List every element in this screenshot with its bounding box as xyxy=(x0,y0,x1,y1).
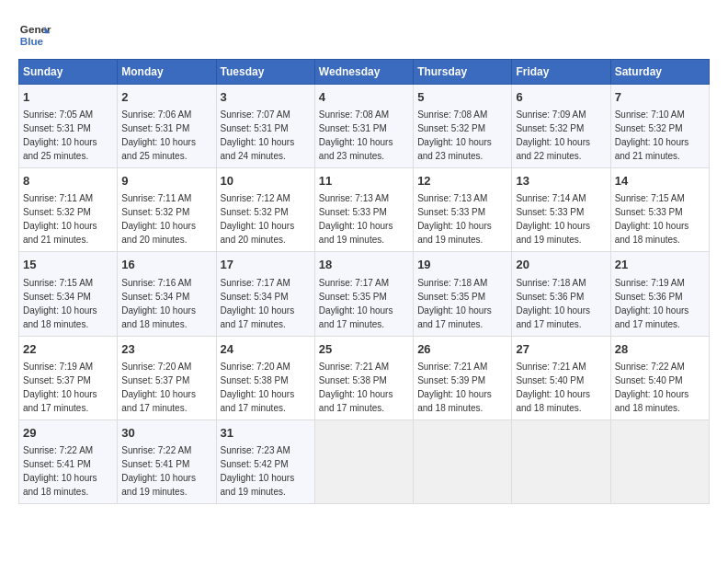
calendar-week-row: 22Sunrise: 7:19 AM Sunset: 5:37 PM Dayli… xyxy=(19,336,710,419)
day-number: 1 xyxy=(23,89,113,106)
day-number: 23 xyxy=(121,341,211,358)
day-info: Sunrise: 7:11 AM Sunset: 5:32 PM Dayligh… xyxy=(23,193,97,245)
calendar-cell: 9Sunrise: 7:11 AM Sunset: 5:32 PM Daylig… xyxy=(118,168,216,252)
weekday-header-saturday: Saturday xyxy=(610,60,709,85)
calendar-cell: 10Sunrise: 7:12 AM Sunset: 5:32 PM Dayli… xyxy=(216,168,314,252)
calendar-cell: 30Sunrise: 7:22 AM Sunset: 5:41 PM Dayli… xyxy=(118,419,216,503)
calendar-cell: 15Sunrise: 7:15 AM Sunset: 5:34 PM Dayli… xyxy=(19,252,118,336)
day-number: 20 xyxy=(516,257,606,273)
day-number: 30 xyxy=(121,425,211,442)
calendar-cell: 26Sunrise: 7:21 AM Sunset: 5:39 PM Dayli… xyxy=(414,336,512,419)
day-number: 21 xyxy=(615,257,705,273)
day-number: 28 xyxy=(615,341,705,358)
day-number: 17 xyxy=(221,257,311,273)
day-number: 22 xyxy=(23,341,113,358)
day-info: Sunrise: 7:22 AM Sunset: 5:40 PM Dayligh… xyxy=(615,362,689,413)
day-info: Sunrise: 7:07 AM Sunset: 5:31 PM Dayligh… xyxy=(221,109,295,161)
day-info: Sunrise: 7:12 AM Sunset: 5:32 PM Dayligh… xyxy=(221,193,295,245)
calendar-cell: 1Sunrise: 7:05 AM Sunset: 5:31 PM Daylig… xyxy=(19,85,118,168)
day-info: Sunrise: 7:17 AM Sunset: 5:35 PM Dayligh… xyxy=(319,278,393,329)
day-number: 13 xyxy=(516,173,606,190)
calendar-week-row: 1Sunrise: 7:05 AM Sunset: 5:31 PM Daylig… xyxy=(19,85,710,168)
calendar-header-row: SundayMondayTuesdayWednesdayThursdayFrid… xyxy=(19,60,710,85)
day-info: Sunrise: 7:05 AM Sunset: 5:31 PM Dayligh… xyxy=(23,109,97,161)
day-info: Sunrise: 7:19 AM Sunset: 5:36 PM Dayligh… xyxy=(615,278,689,329)
day-number: 2 xyxy=(121,89,211,106)
day-info: Sunrise: 7:23 AM Sunset: 5:42 PM Dayligh… xyxy=(221,445,295,497)
day-number: 25 xyxy=(319,341,409,358)
day-info: Sunrise: 7:20 AM Sunset: 5:38 PM Dayligh… xyxy=(221,362,295,413)
day-number: 11 xyxy=(319,173,409,190)
calendar-cell xyxy=(414,419,512,503)
calendar-cell xyxy=(512,419,610,503)
weekday-header-thursday: Thursday xyxy=(414,60,512,85)
calendar-cell: 27Sunrise: 7:21 AM Sunset: 5:40 PM Dayli… xyxy=(512,336,610,419)
calendar-cell: 25Sunrise: 7:21 AM Sunset: 5:38 PM Dayli… xyxy=(314,336,413,419)
weekday-header-wednesday: Wednesday xyxy=(314,60,413,85)
calendar-cell: 31Sunrise: 7:23 AM Sunset: 5:42 PM Dayli… xyxy=(216,419,314,503)
calendar-cell xyxy=(314,419,413,503)
calendar-week-row: 15Sunrise: 7:15 AM Sunset: 5:34 PM Dayli… xyxy=(19,252,710,336)
day-number: 8 xyxy=(23,173,113,190)
day-number: 16 xyxy=(121,257,211,273)
day-info: Sunrise: 7:18 AM Sunset: 5:35 PM Dayligh… xyxy=(417,278,492,329)
day-info: Sunrise: 7:15 AM Sunset: 5:34 PM Dayligh… xyxy=(23,278,97,329)
weekday-header-monday: Monday xyxy=(118,60,216,85)
day-info: Sunrise: 7:19 AM Sunset: 5:37 PM Dayligh… xyxy=(23,362,97,413)
day-number: 9 xyxy=(121,173,211,190)
weekday-header-sunday: Sunday xyxy=(19,60,118,85)
calendar-cell xyxy=(610,419,709,503)
day-number: 14 xyxy=(615,173,705,190)
day-info: Sunrise: 7:09 AM Sunset: 5:32 PM Dayligh… xyxy=(516,109,590,161)
calendar-cell: 23Sunrise: 7:20 AM Sunset: 5:37 PM Dayli… xyxy=(118,336,216,419)
day-info: Sunrise: 7:14 AM Sunset: 5:33 PM Dayligh… xyxy=(516,193,590,245)
day-info: Sunrise: 7:22 AM Sunset: 5:41 PM Dayligh… xyxy=(23,445,97,497)
day-number: 12 xyxy=(417,173,507,190)
calendar-cell: 2Sunrise: 7:06 AM Sunset: 5:31 PM Daylig… xyxy=(118,85,216,168)
day-number: 5 xyxy=(417,89,507,106)
day-number: 7 xyxy=(615,89,705,106)
calendar-cell: 24Sunrise: 7:20 AM Sunset: 5:38 PM Dayli… xyxy=(216,336,314,419)
day-info: Sunrise: 7:08 AM Sunset: 5:31 PM Dayligh… xyxy=(319,109,393,161)
day-number: 18 xyxy=(319,257,409,273)
day-number: 24 xyxy=(221,341,311,358)
calendar-cell: 6Sunrise: 7:09 AM Sunset: 5:32 PM Daylig… xyxy=(512,85,610,168)
day-number: 15 xyxy=(23,257,113,273)
calendar-cell: 20Sunrise: 7:18 AM Sunset: 5:36 PM Dayli… xyxy=(512,252,610,336)
svg-text:Blue: Blue xyxy=(20,35,44,47)
day-number: 19 xyxy=(417,257,507,273)
calendar-cell: 16Sunrise: 7:16 AM Sunset: 5:34 PM Dayli… xyxy=(118,252,216,336)
calendar-table: SundayMondayTuesdayWednesdayThursdayFrid… xyxy=(18,59,710,504)
calendar-cell: 8Sunrise: 7:11 AM Sunset: 5:32 PM Daylig… xyxy=(19,168,118,252)
calendar-week-row: 29Sunrise: 7:22 AM Sunset: 5:41 PM Dayli… xyxy=(19,419,710,503)
calendar-cell: 29Sunrise: 7:22 AM Sunset: 5:41 PM Dayli… xyxy=(19,419,118,503)
day-number: 3 xyxy=(221,89,311,106)
day-number: 26 xyxy=(417,341,507,358)
day-info: Sunrise: 7:21 AM Sunset: 5:38 PM Dayligh… xyxy=(319,362,393,413)
day-number: 6 xyxy=(516,89,606,106)
calendar-cell: 19Sunrise: 7:18 AM Sunset: 5:35 PM Dayli… xyxy=(414,252,512,336)
calendar-cell: 4Sunrise: 7:08 AM Sunset: 5:31 PM Daylig… xyxy=(314,85,413,168)
day-info: Sunrise: 7:20 AM Sunset: 5:37 PM Dayligh… xyxy=(121,362,196,413)
day-info: Sunrise: 7:17 AM Sunset: 5:34 PM Dayligh… xyxy=(221,278,295,329)
day-info: Sunrise: 7:16 AM Sunset: 5:34 PM Dayligh… xyxy=(121,278,196,329)
day-info: Sunrise: 7:06 AM Sunset: 5:31 PM Dayligh… xyxy=(121,109,196,161)
day-info: Sunrise: 7:15 AM Sunset: 5:33 PM Dayligh… xyxy=(615,193,689,245)
calendar-cell: 22Sunrise: 7:19 AM Sunset: 5:37 PM Dayli… xyxy=(19,336,118,419)
day-info: Sunrise: 7:13 AM Sunset: 5:33 PM Dayligh… xyxy=(417,193,492,245)
day-info: Sunrise: 7:21 AM Sunset: 5:39 PM Dayligh… xyxy=(417,362,492,413)
calendar-cell: 7Sunrise: 7:10 AM Sunset: 5:32 PM Daylig… xyxy=(610,85,709,168)
day-number: 10 xyxy=(221,173,311,190)
day-number: 31 xyxy=(221,425,311,442)
day-info: Sunrise: 7:22 AM Sunset: 5:41 PM Dayligh… xyxy=(121,445,196,497)
calendar-cell: 13Sunrise: 7:14 AM Sunset: 5:33 PM Dayli… xyxy=(512,168,610,252)
day-info: Sunrise: 7:18 AM Sunset: 5:36 PM Dayligh… xyxy=(516,278,590,329)
calendar-cell: 11Sunrise: 7:13 AM Sunset: 5:33 PM Dayli… xyxy=(314,168,413,252)
page-header: General Blue xyxy=(18,18,710,52)
day-number: 4 xyxy=(319,89,409,106)
calendar-cell: 28Sunrise: 7:22 AM Sunset: 5:40 PM Dayli… xyxy=(610,336,709,419)
calendar-cell: 14Sunrise: 7:15 AM Sunset: 5:33 PM Dayli… xyxy=(610,168,709,252)
calendar-week-row: 8Sunrise: 7:11 AM Sunset: 5:32 PM Daylig… xyxy=(19,168,710,252)
calendar-cell: 5Sunrise: 7:08 AM Sunset: 5:32 PM Daylig… xyxy=(414,85,512,168)
svg-text:General: General xyxy=(20,23,51,35)
